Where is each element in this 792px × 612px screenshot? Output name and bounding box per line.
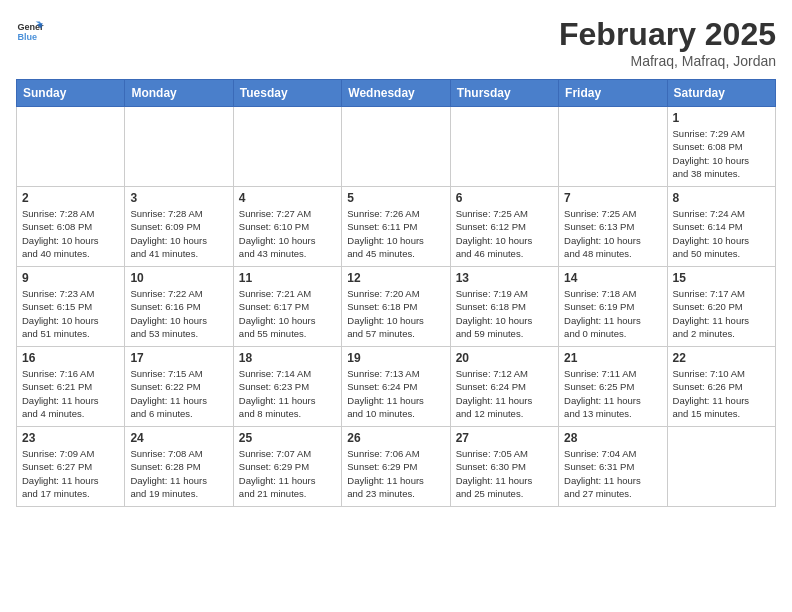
calendar-cell: 3Sunrise: 7:28 AM Sunset: 6:09 PM Daylig… bbox=[125, 187, 233, 267]
calendar-cell bbox=[667, 427, 775, 507]
calendar-cell: 20Sunrise: 7:12 AM Sunset: 6:24 PM Dayli… bbox=[450, 347, 558, 427]
calendar-cell: 22Sunrise: 7:10 AM Sunset: 6:26 PM Dayli… bbox=[667, 347, 775, 427]
day-number: 9 bbox=[22, 271, 119, 285]
calendar-cell: 6Sunrise: 7:25 AM Sunset: 6:12 PM Daylig… bbox=[450, 187, 558, 267]
day-number: 27 bbox=[456, 431, 553, 445]
day-number: 21 bbox=[564, 351, 661, 365]
calendar-cell: 15Sunrise: 7:17 AM Sunset: 6:20 PM Dayli… bbox=[667, 267, 775, 347]
day-info: Sunrise: 7:14 AM Sunset: 6:23 PM Dayligh… bbox=[239, 367, 336, 420]
calendar-cell: 4Sunrise: 7:27 AM Sunset: 6:10 PM Daylig… bbox=[233, 187, 341, 267]
day-number: 16 bbox=[22, 351, 119, 365]
day-info: Sunrise: 7:09 AM Sunset: 6:27 PM Dayligh… bbox=[22, 447, 119, 500]
calendar-cell: 12Sunrise: 7:20 AM Sunset: 6:18 PM Dayli… bbox=[342, 267, 450, 347]
day-info: Sunrise: 7:21 AM Sunset: 6:17 PM Dayligh… bbox=[239, 287, 336, 340]
day-info: Sunrise: 7:27 AM Sunset: 6:10 PM Dayligh… bbox=[239, 207, 336, 260]
day-number: 23 bbox=[22, 431, 119, 445]
day-number: 8 bbox=[673, 191, 770, 205]
calendar-cell: 16Sunrise: 7:16 AM Sunset: 6:21 PM Dayli… bbox=[17, 347, 125, 427]
day-info: Sunrise: 7:24 AM Sunset: 6:14 PM Dayligh… bbox=[673, 207, 770, 260]
day-info: Sunrise: 7:25 AM Sunset: 6:12 PM Dayligh… bbox=[456, 207, 553, 260]
day-number: 24 bbox=[130, 431, 227, 445]
day-info: Sunrise: 7:05 AM Sunset: 6:30 PM Dayligh… bbox=[456, 447, 553, 500]
day-number: 10 bbox=[130, 271, 227, 285]
location-subtitle: Mafraq, Mafraq, Jordan bbox=[559, 53, 776, 69]
calendar-cell: 19Sunrise: 7:13 AM Sunset: 6:24 PM Dayli… bbox=[342, 347, 450, 427]
calendar-cell: 23Sunrise: 7:09 AM Sunset: 6:27 PM Dayli… bbox=[17, 427, 125, 507]
day-info: Sunrise: 7:28 AM Sunset: 6:09 PM Dayligh… bbox=[130, 207, 227, 260]
day-info: Sunrise: 7:29 AM Sunset: 6:08 PM Dayligh… bbox=[673, 127, 770, 180]
day-number: 18 bbox=[239, 351, 336, 365]
day-number: 6 bbox=[456, 191, 553, 205]
day-number: 7 bbox=[564, 191, 661, 205]
svg-text:Blue: Blue bbox=[17, 32, 37, 42]
calendar-cell: 5Sunrise: 7:26 AM Sunset: 6:11 PM Daylig… bbox=[342, 187, 450, 267]
logo: General Blue bbox=[16, 16, 44, 44]
calendar-cell bbox=[233, 107, 341, 187]
day-info: Sunrise: 7:19 AM Sunset: 6:18 PM Dayligh… bbox=[456, 287, 553, 340]
day-number: 28 bbox=[564, 431, 661, 445]
calendar-week-row: 2Sunrise: 7:28 AM Sunset: 6:08 PM Daylig… bbox=[17, 187, 776, 267]
calendar-cell: 18Sunrise: 7:14 AM Sunset: 6:23 PM Dayli… bbox=[233, 347, 341, 427]
calendar-table: SundayMondayTuesdayWednesdayThursdayFrid… bbox=[16, 79, 776, 507]
day-info: Sunrise: 7:11 AM Sunset: 6:25 PM Dayligh… bbox=[564, 367, 661, 420]
day-number: 3 bbox=[130, 191, 227, 205]
day-info: Sunrise: 7:13 AM Sunset: 6:24 PM Dayligh… bbox=[347, 367, 444, 420]
calendar-cell: 2Sunrise: 7:28 AM Sunset: 6:08 PM Daylig… bbox=[17, 187, 125, 267]
calendar-cell: 9Sunrise: 7:23 AM Sunset: 6:15 PM Daylig… bbox=[17, 267, 125, 347]
day-number: 25 bbox=[239, 431, 336, 445]
calendar-cell: 7Sunrise: 7:25 AM Sunset: 6:13 PM Daylig… bbox=[559, 187, 667, 267]
day-info: Sunrise: 7:22 AM Sunset: 6:16 PM Dayligh… bbox=[130, 287, 227, 340]
calendar-cell: 17Sunrise: 7:15 AM Sunset: 6:22 PM Dayli… bbox=[125, 347, 233, 427]
day-number: 14 bbox=[564, 271, 661, 285]
day-number: 20 bbox=[456, 351, 553, 365]
calendar-cell: 11Sunrise: 7:21 AM Sunset: 6:17 PM Dayli… bbox=[233, 267, 341, 347]
day-number: 4 bbox=[239, 191, 336, 205]
day-info: Sunrise: 7:12 AM Sunset: 6:24 PM Dayligh… bbox=[456, 367, 553, 420]
day-number: 1 bbox=[673, 111, 770, 125]
calendar-col-header: Saturday bbox=[667, 80, 775, 107]
day-info: Sunrise: 7:08 AM Sunset: 6:28 PM Dayligh… bbox=[130, 447, 227, 500]
day-info: Sunrise: 7:06 AM Sunset: 6:29 PM Dayligh… bbox=[347, 447, 444, 500]
day-info: Sunrise: 7:04 AM Sunset: 6:31 PM Dayligh… bbox=[564, 447, 661, 500]
day-info: Sunrise: 7:28 AM Sunset: 6:08 PM Dayligh… bbox=[22, 207, 119, 260]
calendar-cell: 1Sunrise: 7:29 AM Sunset: 6:08 PM Daylig… bbox=[667, 107, 775, 187]
calendar-col-header: Tuesday bbox=[233, 80, 341, 107]
calendar-col-header: Monday bbox=[125, 80, 233, 107]
day-number: 11 bbox=[239, 271, 336, 285]
calendar-cell bbox=[17, 107, 125, 187]
day-info: Sunrise: 7:07 AM Sunset: 6:29 PM Dayligh… bbox=[239, 447, 336, 500]
day-info: Sunrise: 7:26 AM Sunset: 6:11 PM Dayligh… bbox=[347, 207, 444, 260]
calendar-week-row: 1Sunrise: 7:29 AM Sunset: 6:08 PM Daylig… bbox=[17, 107, 776, 187]
calendar-cell: 25Sunrise: 7:07 AM Sunset: 6:29 PM Dayli… bbox=[233, 427, 341, 507]
calendar-cell: 26Sunrise: 7:06 AM Sunset: 6:29 PM Dayli… bbox=[342, 427, 450, 507]
calendar-cell bbox=[559, 107, 667, 187]
day-info: Sunrise: 7:15 AM Sunset: 6:22 PM Dayligh… bbox=[130, 367, 227, 420]
calendar-cell bbox=[125, 107, 233, 187]
day-number: 5 bbox=[347, 191, 444, 205]
page-header: General Blue February 2025 Mafraq, Mafra… bbox=[16, 16, 776, 69]
calendar-week-row: 9Sunrise: 7:23 AM Sunset: 6:15 PM Daylig… bbox=[17, 267, 776, 347]
calendar-header-row: SundayMondayTuesdayWednesdayThursdayFrid… bbox=[17, 80, 776, 107]
day-number: 26 bbox=[347, 431, 444, 445]
day-info: Sunrise: 7:16 AM Sunset: 6:21 PM Dayligh… bbox=[22, 367, 119, 420]
day-info: Sunrise: 7:25 AM Sunset: 6:13 PM Dayligh… bbox=[564, 207, 661, 260]
calendar-week-row: 16Sunrise: 7:16 AM Sunset: 6:21 PM Dayli… bbox=[17, 347, 776, 427]
day-number: 13 bbox=[456, 271, 553, 285]
logo-icon: General Blue bbox=[16, 16, 44, 44]
calendar-cell: 14Sunrise: 7:18 AM Sunset: 6:19 PM Dayli… bbox=[559, 267, 667, 347]
month-title: February 2025 bbox=[559, 16, 776, 53]
calendar-body: 1Sunrise: 7:29 AM Sunset: 6:08 PM Daylig… bbox=[17, 107, 776, 507]
calendar-cell: 28Sunrise: 7:04 AM Sunset: 6:31 PM Dayli… bbox=[559, 427, 667, 507]
calendar-cell: 21Sunrise: 7:11 AM Sunset: 6:25 PM Dayli… bbox=[559, 347, 667, 427]
calendar-cell: 24Sunrise: 7:08 AM Sunset: 6:28 PM Dayli… bbox=[125, 427, 233, 507]
calendar-cell: 10Sunrise: 7:22 AM Sunset: 6:16 PM Dayli… bbox=[125, 267, 233, 347]
day-number: 12 bbox=[347, 271, 444, 285]
calendar-week-row: 23Sunrise: 7:09 AM Sunset: 6:27 PM Dayli… bbox=[17, 427, 776, 507]
day-number: 19 bbox=[347, 351, 444, 365]
day-info: Sunrise: 7:23 AM Sunset: 6:15 PM Dayligh… bbox=[22, 287, 119, 340]
calendar-cell bbox=[450, 107, 558, 187]
day-info: Sunrise: 7:10 AM Sunset: 6:26 PM Dayligh… bbox=[673, 367, 770, 420]
day-number: 15 bbox=[673, 271, 770, 285]
calendar-col-header: Wednesday bbox=[342, 80, 450, 107]
day-number: 2 bbox=[22, 191, 119, 205]
